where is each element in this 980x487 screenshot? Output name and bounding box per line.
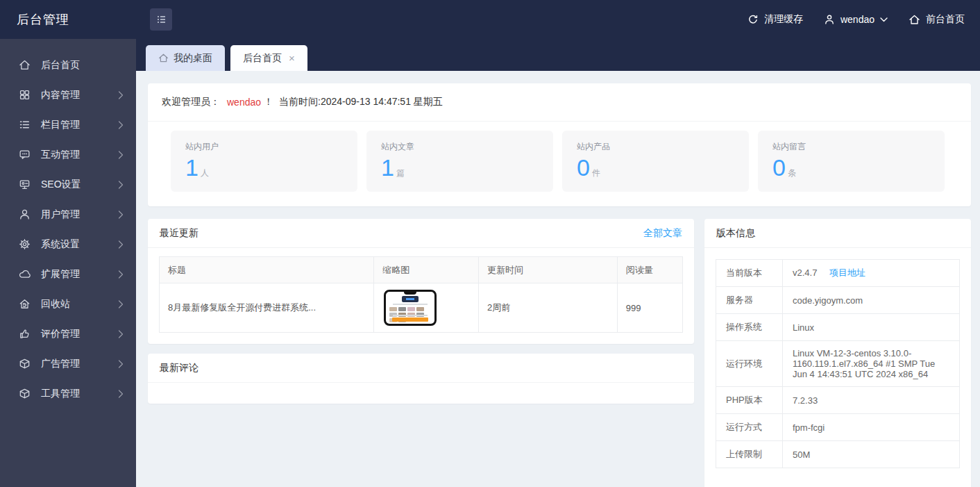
- tab-dashboard[interactable]: 后台首页 ×: [230, 45, 307, 71]
- sidebar-item-label: 广告管理: [41, 358, 118, 370]
- front-home-button[interactable]: 前台首页: [909, 13, 965, 26]
- recycle-icon: [19, 298, 31, 310]
- chevron-right-icon: [118, 181, 124, 189]
- stat-card-products: 站内产品 0件: [562, 131, 749, 192]
- stat-value: 1: [185, 156, 198, 179]
- sidebar-toggle-button[interactable]: [150, 8, 172, 31]
- welcome-message: 欢迎管理员： wendao ！ 当前时间:2024-09-13 14:47:51…: [148, 83, 971, 122]
- user-menu[interactable]: wendao: [824, 14, 888, 25]
- menu-list-icon: [155, 13, 167, 26]
- sidebar-item-label: 工具管理: [41, 388, 118, 400]
- sidebar-item-system[interactable]: 系统设置: [0, 229, 136, 259]
- sidebar-item-interaction[interactable]: 互动管理: [0, 140, 136, 170]
- stat-label: 站内文章: [381, 141, 553, 153]
- version-info-title: 版本信息: [716, 227, 755, 240]
- sidebar-item-dashboard[interactable]: 后台首页: [0, 50, 136, 80]
- sidebar-item-label: 互动管理: [41, 149, 118, 161]
- chevron-right-icon: [118, 390, 124, 398]
- latest-comments-title: 最新评论: [160, 362, 198, 374]
- recent-updates-title: 最近更新: [160, 227, 198, 240]
- chevron-right-icon: [118, 91, 124, 99]
- chevron-down-icon: [880, 17, 888, 22]
- grid-icon: [19, 89, 31, 101]
- table-row: 上传限制 50M: [716, 441, 960, 468]
- sidebar-item-tools[interactable]: 工具管理: [0, 379, 136, 408]
- welcome-suffix: ！: [264, 96, 273, 108]
- chevron-right-icon: [118, 270, 124, 279]
- welcome-prefix: 欢迎管理员：: [162, 96, 220, 108]
- version-info-panel: 版本信息 当前版本 v2.4.7 项目地址: [704, 219, 971, 487]
- cube-icon: [19, 388, 31, 399]
- stat-value: 1: [381, 156, 394, 179]
- sidebar-item-content[interactable]: 内容管理: [0, 80, 136, 110]
- username: wendao: [840, 14, 875, 25]
- stat-value: 0: [577, 156, 590, 179]
- column-header-title: 标题: [160, 257, 374, 283]
- sidebar-item-label: 系统设置: [41, 238, 118, 251]
- article-views-cell: 999: [617, 283, 682, 333]
- project-url-link[interactable]: 项目地址: [829, 267, 865, 278]
- article-title-cell[interactable]: 8月最新修复版全开源付费进群系统...: [160, 283, 374, 333]
- stats-row: 站内用户 1人 站内文章 1篇 站内产品 0件 站内留言 0条: [148, 122, 971, 192]
- sidebar-item-columns[interactable]: 栏目管理: [0, 110, 136, 140]
- version-info-table: 当前版本 v2.4.7 项目地址 服务器 code.yigoym.com: [716, 259, 960, 468]
- user-icon: [824, 14, 835, 25]
- column-header-views: 阅读量: [617, 257, 682, 283]
- sidebar-item-seo[interactable]: SEO设置: [0, 170, 136, 199]
- version-value: Linux VM-12-3-centos 3.10.0-1160.119.1.e…: [783, 341, 960, 387]
- version-value: v2.4.7: [793, 267, 817, 278]
- stat-card-messages: 站内留言 0条: [758, 131, 945, 192]
- version-value: 50M: [783, 441, 960, 468]
- tab-my-desktop[interactable]: 我的桌面: [146, 45, 225, 71]
- clear-cache-button[interactable]: 清理缓存: [747, 13, 803, 26]
- sidebar-item-ads[interactable]: 广告管理: [0, 349, 136, 379]
- sidebar-item-label: 评价管理: [41, 328, 118, 340]
- sidebar-item-label: 内容管理: [41, 89, 118, 101]
- sidebar-item-reviews[interactable]: 评价管理: [0, 319, 136, 349]
- app-title: 后台管理: [0, 11, 136, 28]
- article-thumbnail-cell: [374, 283, 479, 333]
- table-row: PHP版本 7.2.33: [716, 387, 960, 414]
- welcome-admin-name: wendao: [227, 97, 261, 108]
- recent-updates-table: 标题 缩略图 更新时间 阅读量 8月最新修复版全开源付费进群系统...: [159, 256, 683, 333]
- cloud-icon: [19, 268, 31, 280]
- stat-card-users: 站内用户 1人: [171, 131, 357, 192]
- topbar: 后台管理 清理缓存: [0, 0, 980, 39]
- version-value: fpm-fcgi: [783, 414, 960, 441]
- sidebar-item-label: 回收站: [41, 298, 118, 311]
- refresh-icon: [747, 14, 759, 25]
- stat-unit: 篇: [396, 169, 405, 177]
- chevron-right-icon: [118, 211, 124, 219]
- version-label: 运行环境: [716, 341, 783, 387]
- stat-label: 站内留言: [772, 141, 945, 153]
- chevron-right-icon: [118, 300, 124, 308]
- home-icon: [909, 14, 920, 26]
- thumb-up-icon: [19, 328, 31, 340]
- recent-updates-panel: 最近更新 全部文章 标题 缩略图 更新时间 阅读量: [148, 219, 694, 344]
- welcome-panel: 欢迎管理员： wendao ！ 当前时间:2024-09-13 14:47:51…: [148, 83, 971, 206]
- sidebar-item-extensions[interactable]: 扩展管理: [0, 259, 136, 289]
- stat-card-articles: 站内文章 1篇: [366, 131, 553, 192]
- home-icon: [158, 53, 169, 63]
- chevron-right-icon: [118, 330, 124, 338]
- sidebar-item-recycle[interactable]: 回收站: [0, 289, 136, 319]
- article-updated-cell: 2周前: [478, 283, 617, 333]
- sidebar: 后台首页 内容管理 栏目管理: [0, 39, 136, 487]
- article-thumbnail-image: [384, 290, 437, 326]
- version-label: PHP版本: [716, 387, 783, 414]
- stat-unit: 人: [201, 169, 209, 177]
- chevron-right-icon: [118, 151, 124, 159]
- clear-cache-label: 清理缓存: [764, 13, 803, 26]
- stat-value: 0: [772, 156, 786, 179]
- table-row: 操作系统 Linux: [716, 314, 960, 341]
- all-articles-link[interactable]: 全部文章: [643, 227, 682, 240]
- close-icon[interactable]: ×: [289, 53, 295, 63]
- front-home-label: 前台首页: [926, 13, 965, 26]
- version-label: 运行方式: [716, 414, 783, 441]
- sidebar-item-label: 后台首页: [41, 59, 124, 72]
- table-row: 当前版本 v2.4.7 项目地址: [716, 260, 960, 287]
- tab-label: 后台首页: [243, 52, 282, 65]
- tab-bar: 我的桌面 后台首页 ×: [136, 39, 980, 71]
- stat-label: 站内产品: [577, 141, 749, 153]
- sidebar-item-users[interactable]: 用户管理: [0, 199, 136, 229]
